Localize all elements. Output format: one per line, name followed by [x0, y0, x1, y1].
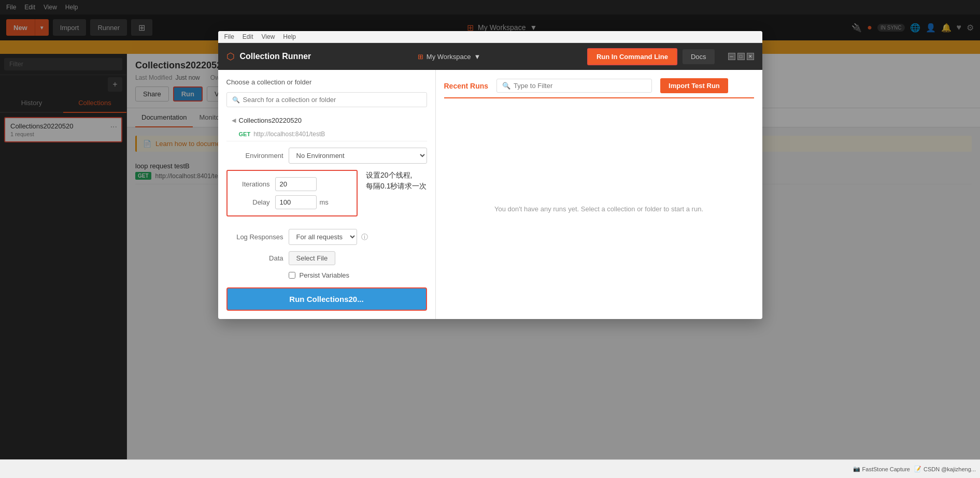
recent-runs-title: Recent Runs: [444, 82, 489, 90]
log-select[interactable]: For all requests: [289, 229, 357, 245]
recent-runs-header: Recent Runs 🔍 Import Test Run: [444, 78, 754, 98]
env-select[interactable]: No Environment: [289, 148, 427, 164]
runner-settings: Environment No Environment Iterations: [226, 141, 427, 311]
runner-collection-item[interactable]: ◀ Collections20220520: [226, 113, 427, 127]
window-controls: ─ □ ✕: [728, 53, 754, 60]
modal-title: Collection Runner: [240, 52, 311, 61]
minimize-button[interactable]: ─: [728, 53, 735, 60]
runner-filter-input[interactable]: [514, 82, 646, 90]
taskbar: 📷 FastStone Capture 📝 CSDN @kajizheng...: [0, 459, 980, 477]
delay-row: Delay ms: [234, 195, 351, 209]
environment-row: Environment No Environment: [226, 148, 427, 164]
choose-collection-label: Choose a collection or folder: [226, 78, 427, 86]
log-responses-row: Log Responses For all requests ⓘ: [226, 229, 427, 245]
modal-workspace-grid-icon: ⊞: [418, 53, 423, 61]
runner-request-url: http://localhost:8401/testB: [253, 131, 325, 138]
runner-search-area: 🔍: [226, 92, 427, 107]
runner-search-icon: 🔍: [232, 96, 240, 104]
maximize-button[interactable]: □: [737, 53, 745, 60]
import-test-run-button[interactable]: Import Test Run: [660, 78, 728, 93]
runner-collection-name: Collections20220520: [239, 117, 302, 124]
docs-button[interactable]: Docs: [683, 49, 715, 64]
modal-menu-view[interactable]: View: [262, 33, 275, 40]
modal-menu-help[interactable]: Help: [283, 33, 296, 40]
log-responses-label: Log Responses: [226, 233, 283, 241]
modal-title-area: ⬡ Collection Runner: [226, 51, 311, 62]
chevron-left-icon: ◀: [232, 117, 236, 124]
no-runs-message: You don't have any runs yet. Select a co…: [444, 107, 754, 311]
runner-get-badge: GET: [239, 131, 251, 137]
runner-request-item[interactable]: GET http://localhost:8401/testB: [226, 127, 427, 141]
faststone-label: FastStone Capture: [862, 466, 910, 472]
faststone-icon: 📷: [853, 466, 860, 472]
persist-vars-checkbox[interactable]: [289, 272, 295, 279]
annotation-text: 设置20个线程, 每隔0.1秒请求一次: [366, 170, 427, 192]
runner-right-panel: Recent Runs 🔍 Import Test Run You don't …: [436, 70, 762, 319]
modal-menu-file[interactable]: File: [224, 33, 234, 40]
filter-search-icon: 🔍: [502, 82, 510, 90]
data-label: Data: [226, 254, 283, 262]
modal-workspace-dropdown: ▼: [474, 53, 481, 61]
taskbar-faststone[interactable]: 📷 FastStone Capture: [853, 466, 910, 472]
log-responses-wrapper: For all requests ⓘ: [289, 229, 427, 245]
run-in-command-line-button[interactable]: Run In Command Line: [587, 48, 677, 65]
delay-input[interactable]: [275, 195, 317, 209]
persist-vars-label: Persist Variables: [300, 271, 350, 279]
select-file-button[interactable]: Select File: [289, 251, 336, 265]
modal-overlay: File Edit View Help ⬡ Collection Runner …: [0, 0, 980, 477]
close-button[interactable]: ✕: [747, 53, 754, 60]
env-select-wrapper: No Environment: [289, 148, 427, 164]
iterations-input[interactable]: [275, 177, 317, 191]
delay-label: Delay: [234, 198, 270, 206]
data-row: Data Select File: [226, 251, 427, 265]
runner-left-panel: Choose a collection or folder 🔍 ◀ Collec…: [218, 70, 436, 319]
runner-filter-area: 🔍: [496, 79, 652, 93]
runner-search-input[interactable]: [243, 96, 421, 104]
modal-body: Choose a collection or folder 🔍 ◀ Collec…: [218, 70, 762, 319]
annotation-line1: 设置20个线程,: [366, 170, 427, 181]
modal-workspace-selector[interactable]: ⊞ My Workspace ▼: [418, 53, 481, 61]
delay-unit: ms: [320, 198, 329, 206]
iterations-row: Iterations: [234, 177, 351, 191]
env-label: Environment: [226, 152, 283, 160]
csdn-label: CSDN @kajizheng...: [924, 466, 976, 472]
modal-workspace-label: My Workspace: [427, 53, 471, 61]
csdn-icon: 📝: [914, 466, 921, 472]
iterations-delay-box: Iterations Delay ms: [226, 170, 358, 216]
persist-vars-row: Persist Variables: [226, 271, 427, 279]
iterations-label: Iterations: [234, 180, 270, 188]
modal-menubar: File Edit View Help: [218, 31, 762, 43]
modal-logo-icon: ⬡: [226, 51, 235, 62]
taskbar-csdn[interactable]: 📝 CSDN @kajizheng...: [914, 466, 976, 472]
no-runs-text: You don't have any runs yet. Select a co…: [494, 205, 703, 213]
collection-runner-modal: File Edit View Help ⬡ Collection Runner …: [218, 31, 762, 319]
info-icon[interactable]: ⓘ: [361, 233, 368, 242]
run-collections-button[interactable]: Run Collections20...: [226, 287, 427, 311]
modal-header-right: Run In Command Line Docs ─ □ ✕: [587, 48, 754, 65]
modal-menu-edit[interactable]: Edit: [243, 33, 253, 40]
modal-header: ⬡ Collection Runner ⊞ My Workspace ▼ Run…: [218, 43, 762, 70]
annotation-line2: 每隔0.1秒请求一次: [366, 181, 427, 192]
